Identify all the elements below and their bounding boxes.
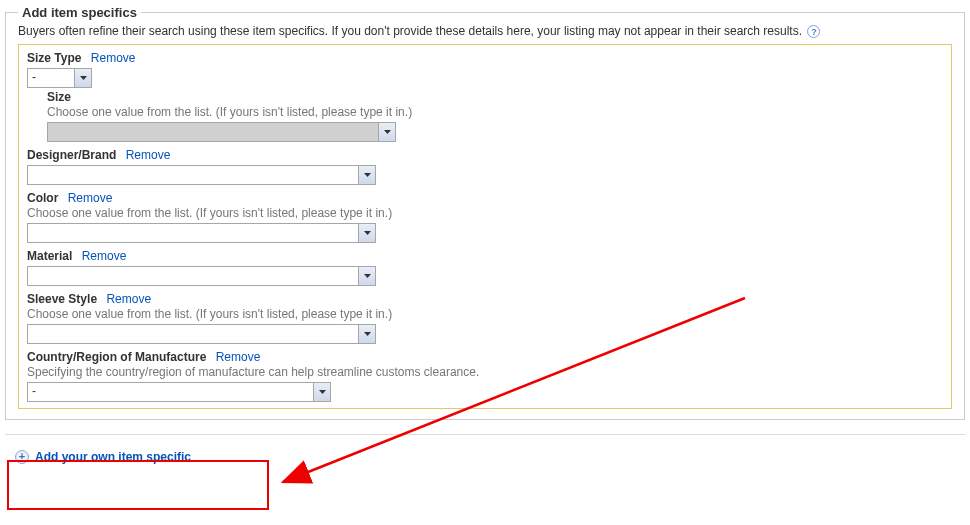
help-icon[interactable]: ? [807,25,820,38]
remove-link-size-type[interactable]: Remove [91,51,136,65]
svg-marker-0 [80,76,87,80]
field-hint: Choose one value from the list. (If your… [27,206,943,220]
select-value: - [28,383,313,401]
field-hint: Choose one value from the list. (If your… [27,307,943,321]
specifics-container: Size Type Remove - Size Choose one value… [18,44,952,409]
field-label: Color [27,191,58,205]
material-select[interactable] [27,266,376,286]
plus-icon: + [15,450,29,464]
add-link-label: Add your own item specific [35,450,191,464]
field-hint: Choose one value from the list. (If your… [47,105,943,119]
remove-link-color[interactable]: Remove [68,191,113,205]
svg-marker-4 [364,274,371,278]
field-label: Designer/Brand [27,148,116,162]
chevron-down-icon[interactable] [313,383,330,401]
field-hint: Specifying the country/region of manufac… [27,365,943,379]
remove-link-country[interactable]: Remove [216,350,261,364]
chevron-down-icon[interactable] [378,123,395,141]
field-label: Size [47,90,943,104]
chevron-down-icon[interactable] [358,267,375,285]
color-select[interactable] [27,223,376,243]
designer-brand-select[interactable] [27,165,376,185]
field-size: Size Choose one value from the list. (If… [47,90,943,144]
field-designer-brand: Designer/Brand Remove [27,148,943,187]
select-value [28,166,358,184]
size-type-select[interactable]: - [27,68,92,88]
field-size-type: Size Type Remove - Size Choose one value… [27,51,943,144]
svg-marker-2 [364,173,371,177]
chevron-down-icon[interactable] [358,224,375,242]
field-country: Country/Region of Manufacture Remove Spe… [27,350,943,402]
add-specific-row: + Add your own item specific [5,434,965,476]
select-value [48,123,378,141]
remove-link-sleeve-style[interactable]: Remove [106,292,151,306]
field-label: Country/Region of Manufacture [27,350,206,364]
field-label: Size Type [27,51,81,65]
add-your-own-item-specific-link[interactable]: + Add your own item specific [15,450,191,464]
remove-link-designer-brand[interactable]: Remove [126,148,171,162]
field-material: Material Remove [27,249,943,288]
svg-marker-5 [364,332,371,336]
sleeve-style-select[interactable] [27,324,376,344]
svg-marker-1 [384,130,391,134]
chevron-down-icon[interactable] [358,166,375,184]
field-color: Color Remove Choose one value from the l… [27,191,943,245]
select-value: - [28,69,74,87]
add-item-specifics-panel: Add item specifics Buyers often refine t… [5,12,965,420]
chevron-down-icon[interactable] [358,325,375,343]
svg-marker-6 [319,390,326,394]
svg-marker-3 [364,231,371,235]
remove-link-material[interactable]: Remove [82,249,127,263]
panel-legend: Add item specifics [18,5,141,20]
field-label: Material [27,249,72,263]
size-select[interactable] [47,122,396,142]
select-value [28,325,358,343]
select-value [28,267,358,285]
country-select[interactable]: - [27,382,331,402]
panel-description: Buyers often refine their search using t… [18,24,952,38]
field-sleeve-style: Sleeve Style Remove Choose one value fro… [27,292,943,346]
select-value [28,224,358,242]
field-label: Sleeve Style [27,292,97,306]
chevron-down-icon[interactable] [74,69,91,87]
